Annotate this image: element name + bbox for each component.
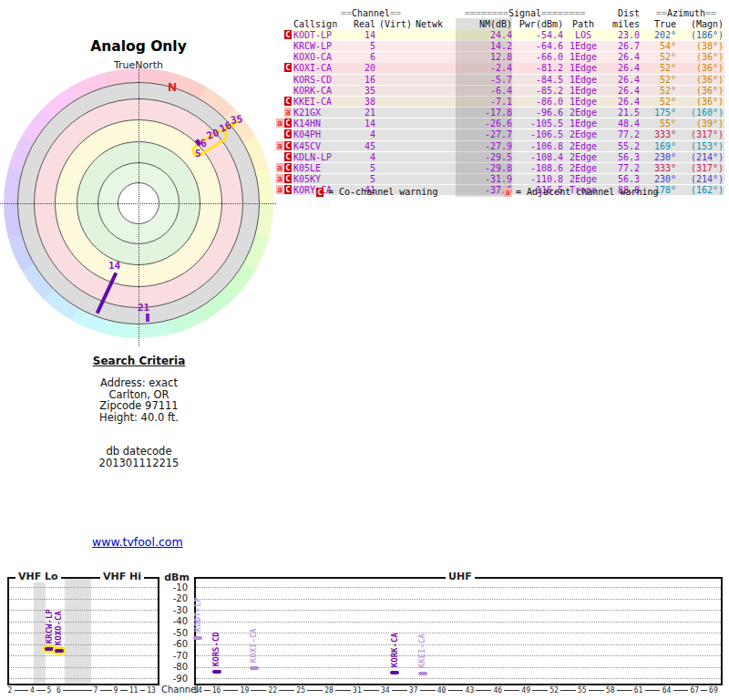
adjacent-channel-warning-icon: a [276,118,283,128]
station-marker [45,647,54,651]
search-criteria-heading: Search Criteria [50,355,228,367]
gridline [9,599,158,600]
channel-tick-label: 16 [212,686,221,695]
cell-nm: -29.5 [456,152,512,163]
cell-magn-az: (160°) [678,108,724,118]
column-headers: Callsign Real (Virt) Netwk NM(dB) Pwr(dB… [0,19,729,30]
channel-tick-label: 31 [353,686,362,695]
station-marker [418,672,427,675]
cell-magn-az: (317°) [678,129,724,140]
dbm-tick-label: -30 [162,605,188,615]
cell-real: 4 [330,129,375,140]
channel-tick-label: 40 [437,686,447,695]
channel-tick-label: 9 [114,686,118,695]
col-pwr: Pwr(dBm) [507,19,563,30]
tick-dash [140,690,146,691]
channel-tick-label: 28 [324,686,334,695]
cell-magn-az: (36°) [678,86,724,97]
cell-miles: 56.3 [600,152,640,163]
cell-pwr: -54.4 [507,30,563,41]
cell-magn-az: (38°) [678,41,724,52]
cell-pwr: -105.5 [507,118,563,129]
cell-true-az: 230° [640,174,676,185]
cell-miles: 56.3 [600,174,640,185]
co-channel-legend-icon: C [316,188,323,197]
dbm-tick-label: -50 [162,628,188,638]
tick-dash [307,690,323,691]
uhf-plot-box [194,577,723,685]
cell-true-az: 52° [640,63,676,74]
tick-dash [448,690,464,691]
table-row: KORS-CD16-5.7-84.51Edge26.452°(36°) [0,75,729,86]
cell-true-az: 202° [640,30,676,41]
station-callsign-label: KOXO-CA [54,606,64,645]
cell-true-az: 52° [640,97,676,108]
co-channel-warning-icon: C [284,141,292,150]
cell-real: 16 [330,75,375,86]
co-channel-warning-icon: C [284,129,292,139]
cell-real: 21 [330,108,375,118]
cell-real: 5 [330,41,375,52]
cell-path: 1Edge [567,75,600,86]
station-callsign-label: KORK-CA [390,628,400,667]
cell-true-az: 52° [640,52,676,63]
table-row: CKOXI-CA20-2.4-81.21Edge26.452°(36°) [0,63,729,74]
station-marker [55,649,64,653]
gridline [9,667,158,668]
cell-nm: -31.9 [456,174,512,185]
col-netwk: Netwk [416,19,443,30]
gridline [196,610,721,611]
channel-tick-label: 34 [381,686,390,695]
cell-real: 45 [330,141,375,152]
col-path: Path [567,19,600,30]
channel-tick-label: 6 [56,686,61,695]
gridline [9,655,158,656]
co-channel-warning-icon: C [284,174,292,183]
tick-dash [589,690,604,691]
band-label-uhf: UHF [446,571,475,582]
cell-pwr: -64.6 [507,41,563,52]
cell-real: 5 [330,163,375,174]
dbm-tick-label: -90 [162,674,188,684]
co-channel-legend-text: = Co-channel warning [328,187,437,198]
table-row: CaK05KY5-31.9-110.82Edge56.3230°(214°) [0,174,729,185]
tick-dash [420,690,436,691]
channel-tick-label: 13 [147,686,156,695]
station-callsign-label: KKEI-CA [417,629,427,668]
col-real: Real [330,19,375,30]
gridline [196,655,721,656]
cell-nm: -17.8 [456,108,512,118]
db-datecode-value: 201301112215 [50,458,228,469]
tick-dash [532,690,548,691]
gridline [196,622,721,623]
cell-pwr: -84.5 [507,75,563,86]
tick-dash [15,690,29,691]
cell-pwr: -110.8 [507,174,563,185]
dbm-tick-label: -10 [162,582,188,592]
adjacent-channel-warning-icon: a [276,141,283,150]
tick-dash [476,690,491,691]
cell-miles: 55.2 [600,141,640,152]
adjacent-channel-legend-text: = Adjacent channel warning [516,187,659,198]
tvfool-link[interactable]: www.tvfool.com [92,535,183,549]
station-marker [390,671,399,674]
station-tick-ch21-label: 21 [138,302,149,314]
cell-nm: 24.4 [456,30,512,41]
co-channel-warning-icon: C [284,97,292,106]
channel-tick-label: 58 [606,686,615,695]
cell-true-az: 169° [640,141,676,152]
table-row: CKKEI-CA38-7.1-86.01Edge26.452°(36°) [0,97,729,108]
cell-path: 2Edge [567,174,600,185]
cell-true-az: 52° [640,86,676,97]
table-row: aK21GX21-17.8-96.62Edge21.5175°(160°) [0,108,729,118]
gridline [196,644,721,645]
cell-real: 6 [330,52,375,63]
station-marker [250,666,259,670]
cell-true-az: 52° [640,75,676,86]
channel-tick-label: 22 [268,686,277,695]
channel-tick-label: 69 [709,686,718,695]
cell-nm: -27.7 [456,129,512,140]
table-legend: C = Co-channel warning a = Adjacent chan… [0,187,729,198]
cell-nm: -5.7 [456,75,512,86]
channel-tick-label: 67 [691,686,700,695]
